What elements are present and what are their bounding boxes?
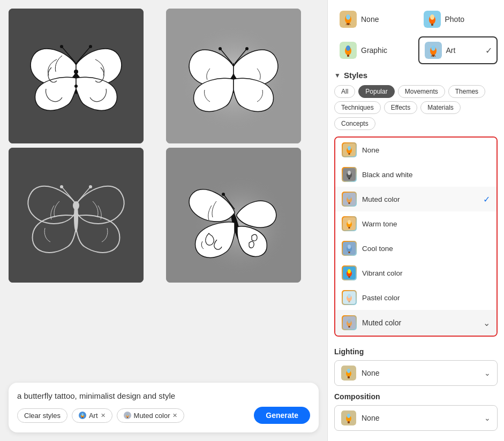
svg-rect-66 xyxy=(349,202,350,204)
chip-techniques[interactable]: Techniques xyxy=(334,101,381,114)
left-panel: a butterfly tattoo, minimalist design an… xyxy=(0,0,327,441)
style-list: None Black and white xyxy=(335,138,497,310)
svg-rect-62 xyxy=(349,178,350,179)
selected-style-icon xyxy=(342,315,357,330)
clear-styles-button[interactable]: Clear styles xyxy=(17,408,67,423)
content-type-art[interactable]: Art ✓ xyxy=(418,36,498,64)
svg-point-51 xyxy=(431,45,435,51)
muted-tag-remove[interactable]: ✕ xyxy=(172,412,177,419)
prompt-tags: Clear styles Art ✕ Muted xyxy=(17,407,310,424)
chip-materials[interactable]: Materials xyxy=(420,101,461,114)
svg-point-14 xyxy=(245,47,249,50)
svg-point-33 xyxy=(126,413,129,416)
composition-dropdown[interactable]: None ⌄ xyxy=(334,405,498,431)
svg-point-37 xyxy=(346,14,350,20)
style-vibrant-label: Vibrant color xyxy=(362,269,403,277)
svg-rect-94 xyxy=(348,421,350,423)
svg-rect-82 xyxy=(349,301,350,302)
style-item-vibrant[interactable]: Vibrant color xyxy=(335,261,497,285)
svg-rect-52 xyxy=(432,55,434,57)
svg-point-65 xyxy=(348,195,351,200)
lighting-chevron-icon: ⌄ xyxy=(484,369,491,377)
svg-point-77 xyxy=(348,269,351,273)
svg-rect-34 xyxy=(126,417,127,418)
style-none-icon xyxy=(342,142,357,157)
composition-icon xyxy=(341,410,356,425)
styles-section-header: ▼ Styles xyxy=(334,71,498,80)
style-item-cool[interactable]: Cool tone xyxy=(335,236,497,261)
composition-chevron-icon: ⌄ xyxy=(484,414,491,422)
image-cell-1 xyxy=(9,9,144,143)
style-cool-label: Cool tone xyxy=(362,245,393,253)
chip-concepts[interactable]: Concepts xyxy=(334,117,375,130)
prompt-text: a butterfly tattoo, minimalist design an… xyxy=(17,391,310,400)
style-item-warm[interactable]: Warm tone xyxy=(335,211,497,236)
chip-popular[interactable]: Popular xyxy=(358,85,394,98)
photo-icon xyxy=(424,11,441,28)
content-type-photo[interactable]: Photo xyxy=(418,6,498,32)
svg-rect-30 xyxy=(82,417,83,418)
svg-rect-48 xyxy=(347,55,349,57)
style-item-muted[interactable]: Muted color ✓ xyxy=(335,187,497,211)
style-muted-label: Muted color xyxy=(362,195,400,203)
muted-check-icon: ✓ xyxy=(483,194,490,204)
svg-point-5 xyxy=(89,45,92,48)
style-pastel-label: Pastel color xyxy=(362,294,400,302)
art-selected-check: ✓ xyxy=(485,45,492,56)
lighting-dropdown[interactable]: None ⌄ xyxy=(334,360,498,386)
svg-rect-74 xyxy=(349,252,350,253)
svg-point-47 xyxy=(346,45,350,51)
svg-rect-86 xyxy=(349,326,350,328)
style-muted-icon xyxy=(342,192,357,207)
composition-section: Composition None ⌄ xyxy=(328,392,504,437)
svg-point-43 xyxy=(430,14,434,20)
art-icon xyxy=(425,42,442,59)
svg-point-21 xyxy=(89,185,92,188)
svg-point-81 xyxy=(348,294,351,298)
styles-section: ▼ Styles All Popular Movements Themes Te… xyxy=(328,64,504,347)
chip-effects[interactable]: Effects xyxy=(384,101,417,114)
selected-style-label: Muted color xyxy=(362,318,401,327)
muted-tag-button[interactable]: Muted color ✕ xyxy=(117,408,185,423)
svg-rect-70 xyxy=(349,227,350,229)
svg-point-93 xyxy=(347,414,350,418)
chip-movements[interactable]: Movements xyxy=(398,85,445,98)
svg-point-57 xyxy=(348,146,351,150)
generate-button[interactable]: Generate xyxy=(254,407,310,424)
right-panel: None Photo xyxy=(327,0,504,441)
composition-label: Composition xyxy=(334,392,498,401)
selected-style-bar[interactable]: Muted color ⌄ xyxy=(335,310,497,336)
svg-point-26 xyxy=(222,193,225,196)
svg-point-13 xyxy=(219,47,222,50)
svg-point-69 xyxy=(348,220,351,224)
svg-rect-90 xyxy=(348,376,350,378)
svg-point-29 xyxy=(81,413,84,416)
prompt-area: a butterfly tattoo, minimalist design an… xyxy=(9,383,319,432)
svg-point-73 xyxy=(348,245,351,249)
styles-section-label: Styles xyxy=(344,71,367,80)
art-tag-remove[interactable]: ✕ xyxy=(101,412,106,419)
art-tag-button[interactable]: Art ✕ xyxy=(72,408,112,423)
clear-styles-label: Clear styles xyxy=(24,412,61,420)
content-type-none[interactable]: None xyxy=(334,6,414,32)
style-item-none[interactable]: None xyxy=(335,138,497,162)
svg-point-61 xyxy=(348,171,351,175)
lighting-section: Lighting None ⌄ xyxy=(328,347,504,392)
svg-point-7 xyxy=(74,85,78,88)
style-item-bw[interactable]: Black and white xyxy=(335,162,497,187)
content-type-photo-label: Photo xyxy=(445,15,465,24)
image-cell-3 xyxy=(9,148,144,283)
muted-tag-icon xyxy=(124,412,131,419)
chip-all[interactable]: All xyxy=(334,85,355,98)
filter-chips: All Popular Movements Themes Techniques … xyxy=(334,85,498,130)
lighting-icon xyxy=(341,366,356,381)
svg-rect-38 xyxy=(347,23,349,25)
content-type-graphic[interactable]: Graphic xyxy=(334,36,414,64)
style-none-label: None xyxy=(362,146,379,154)
svg-rect-58 xyxy=(349,153,350,155)
svg-point-6 xyxy=(74,70,78,74)
style-item-pastel[interactable]: Pastel color xyxy=(335,285,497,310)
lighting-selected-label: None xyxy=(362,369,379,377)
chip-themes[interactable]: Themes xyxy=(448,85,485,98)
style-warm-label: Warm tone xyxy=(362,220,397,228)
